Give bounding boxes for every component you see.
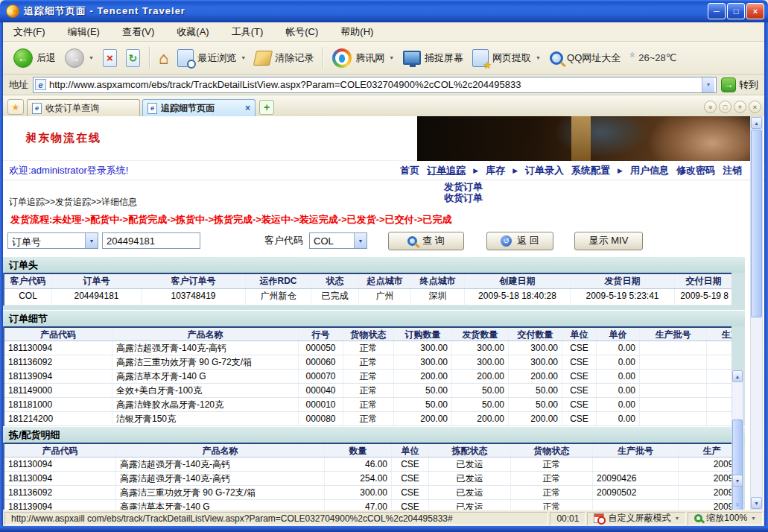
close-button[interactable]: × xyxy=(746,3,764,19)
shipping-flow-text: 发货流程:未处理->配货中->配货完成->拣货中->拣货完成->装运中->装运完… xyxy=(10,213,452,227)
field-type-select[interactable]: 订单号 ▼ xyxy=(7,232,98,249)
address-dropdown-icon[interactable]: ▼ xyxy=(702,77,714,92)
table-header-row: 产品代码产品名称行号货物状态订购数量发货数量交付数量单位单价生产批号生产 xyxy=(4,326,731,341)
forward-button[interactable]: → ▼ xyxy=(60,46,98,70)
table-cell: 高露洁超强牙膏-140克-高钙 xyxy=(116,457,325,471)
pin-button[interactable]: + xyxy=(734,101,746,113)
column-header: 交付数量 xyxy=(509,328,562,341)
status-url: http://www.aspxaill com/ebs/track/TrackD… xyxy=(4,512,548,525)
menu-help[interactable]: 帮助(H) xyxy=(340,25,373,39)
table-cell: 广州 xyxy=(359,289,411,305)
table-cell: 181136092 xyxy=(4,355,112,369)
nav-inventory[interactable]: 库存 xyxy=(486,164,505,177)
back-button[interactable]: ← 后退 xyxy=(9,46,60,70)
recent-dropdown-icon[interactable]: ▼ xyxy=(241,55,246,60)
site-brand: 昶东物流在线 xyxy=(25,131,101,145)
scroll-up-button[interactable]: ▲ xyxy=(751,117,762,129)
nav-system-config[interactable]: 系统配置 xyxy=(571,164,610,177)
clear-history-button[interactable]: 清除记录 xyxy=(250,48,318,68)
table-cell: 0.00 xyxy=(597,398,640,411)
browser-scrollbar[interactable]: ▲ ▼ xyxy=(750,116,763,510)
table-cell: 高露洁三重功效牙膏 90 G-72支/箱 xyxy=(112,355,299,369)
forward-dropdown-icon[interactable]: ▼ xyxy=(89,55,94,60)
block-dropdown-icon[interactable]: ▼ xyxy=(674,516,679,521)
table-row: 181130094高露洁超强牙膏-140克-高钙000050正常300.0030… xyxy=(4,341,731,355)
query-button[interactable]: 查 询 xyxy=(388,232,464,250)
qq-dropdown-icon[interactable]: ▼ xyxy=(389,55,394,60)
order-number-input[interactable] xyxy=(102,232,200,249)
weather-widget[interactable]: * 26~28℃ xyxy=(625,48,681,68)
nav-home[interactable]: 首页 xyxy=(400,164,419,177)
maximize-button[interactable]: □ xyxy=(727,3,745,19)
table-cell: 已完成 xyxy=(311,289,359,305)
submenu-ship-order[interactable]: 发货订单 xyxy=(444,181,483,192)
tab-track-detail[interactable]: e 追踪细节页面 × xyxy=(142,99,256,116)
block-mode-control[interactable]: 自定义屏蔽模式 ▼ xyxy=(587,512,686,525)
table-row: 181130094高露洁超强牙膏-140克-高钙46.00CSE已发运正常200… xyxy=(4,457,731,472)
screen-capture-button[interactable]: 捕捉屏幕 xyxy=(399,48,468,67)
picking-detail-table: 产品代码产品名称数量单位拣配状态货物状态生产批号生产181130094高露洁超强… xyxy=(3,443,731,510)
refresh-button[interactable]: ↻ xyxy=(121,47,145,69)
inner-scrollbar[interactable]: ▲ ≡ ▼ xyxy=(731,370,743,487)
go-button[interactable]: → 转到 xyxy=(721,77,758,92)
scroll-up-button[interactable]: ▲ xyxy=(732,370,743,382)
refresh-icon: ↻ xyxy=(126,49,140,67)
nav-order-entry[interactable]: 订单录入 xyxy=(525,164,564,177)
scroll-down-button[interactable]: ▼ xyxy=(751,497,762,509)
new-tab-button[interactable]: + xyxy=(259,100,274,115)
menu-file[interactable]: 文件(F) xyxy=(13,25,45,39)
table-cell: 50.00 xyxy=(509,398,562,411)
table-cell: 47.00 xyxy=(325,500,392,510)
table-header-row: 客户代码订单号客户订单号运作RDC状态起点城市终点城市创建日期发货日期交付日期 xyxy=(4,273,731,289)
chevron-down-icon: » xyxy=(706,105,714,109)
scrollbar-thumb[interactable] xyxy=(751,130,762,317)
zoom-control[interactable]: 缩放100% ▼ xyxy=(688,512,763,525)
table-cell: 300.00 xyxy=(452,355,509,369)
address-url[interactable]: http://www.aspxamcom/ebs/track/TrackDeta… xyxy=(49,79,702,90)
extract-dropdown-icon[interactable]: ▼ xyxy=(536,55,541,60)
nav-order-track[interactable]: 订单追踪 xyxy=(427,164,466,177)
menu-account[interactable]: 帐号(C) xyxy=(285,25,318,39)
table-cell: 50.00 xyxy=(394,384,452,397)
favorites-button[interactable]: ★ xyxy=(7,99,24,115)
page-extract-button[interactable]: ★ 网页提取 ▼ xyxy=(468,47,545,69)
site-banner: 昶东物流在线 xyxy=(3,116,764,161)
toolbar-separator xyxy=(149,47,150,69)
broom-icon xyxy=(253,51,273,66)
tab-list-button[interactable]: » xyxy=(704,101,717,113)
table-cell: 高露洁蜂胶水晶牙膏-120克 xyxy=(112,398,299,411)
table-cell: 181149000 xyxy=(4,384,112,397)
address-input[interactable]: e http://www.aspxamcom/ebs/track/TrackDe… xyxy=(33,77,717,93)
submenu-receive-order[interactable]: 收货订单 xyxy=(444,192,483,203)
qq-site-button[interactable]: 腾讯网 ▼ xyxy=(328,46,399,70)
return-button[interactable]: ↺ 返 回 xyxy=(486,232,553,250)
tab-close-icon[interactable]: × xyxy=(245,103,250,113)
restore-window-button[interactable]: □ xyxy=(719,101,731,113)
table-cell: 正常 xyxy=(511,500,593,510)
qq-nav-button[interactable]: QQ网址大全 xyxy=(545,49,625,67)
menu-bar: 文件(F) 编辑(E) 查看(V) 收藏(A) 工具(T) 帐号(C) 帮助(H… xyxy=(3,22,764,42)
zoom-dropdown-icon[interactable]: ▼ xyxy=(751,516,756,521)
menu-tools[interactable]: 工具(T) xyxy=(232,25,264,39)
table-cell xyxy=(593,500,679,510)
nav-user-info[interactable]: 用户信息 xyxy=(630,164,669,177)
customer-code-select[interactable]: COL ▼ xyxy=(309,232,367,249)
scrollbar-thumb[interactable]: ≡ xyxy=(732,419,743,510)
table-cell: 高露洁超强牙膏-140克-高钙 xyxy=(116,472,325,485)
column-header: 生产批号 xyxy=(640,328,707,341)
show-miv-button[interactable]: 显示 MIV xyxy=(574,232,643,250)
menu-view[interactable]: 查看(V) xyxy=(122,25,154,39)
column-header: 拣配状态 xyxy=(429,444,511,457)
menu-favorites[interactable]: 收藏(A) xyxy=(177,25,209,39)
scroll-down-button[interactable]: ▼ xyxy=(732,475,743,487)
close-tab-bar-button[interactable]: × xyxy=(749,101,761,113)
minimize-button[interactable]: ─ xyxy=(708,3,726,19)
menu-edit[interactable]: 编辑(E) xyxy=(68,25,100,39)
tab-receive-order-query[interactable]: e 收货订单查询 xyxy=(27,99,140,116)
nav-change-password[interactable]: 修改密码 xyxy=(676,164,715,177)
recent-history-button[interactable]: 最近浏览 ▼ xyxy=(173,47,250,69)
home-icon: ⌂ xyxy=(159,51,168,66)
home-button[interactable]: ⌂ xyxy=(154,48,173,68)
stop-button[interactable]: × xyxy=(98,47,121,69)
nav-logout[interactable]: 注销 xyxy=(723,164,742,177)
